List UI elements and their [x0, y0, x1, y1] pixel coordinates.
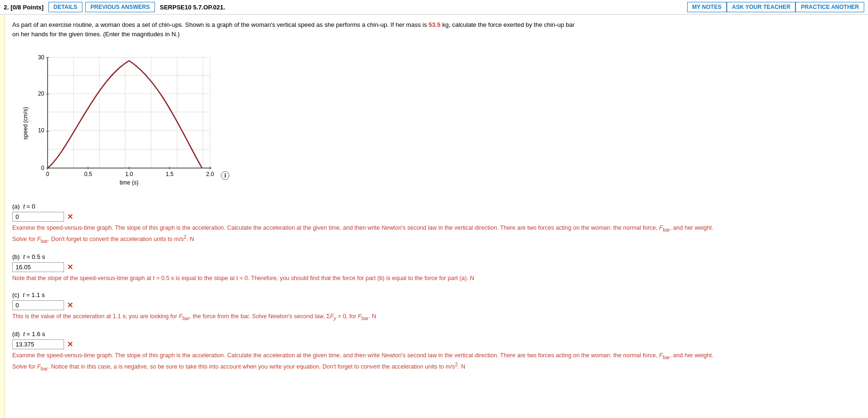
part-d-section: (d) t = 1.6 s✕Examine the speed-versus-t…	[12, 330, 860, 372]
y-tick-20: 20	[38, 90, 45, 97]
main-content: As part of an exercise routine, a woman …	[5, 15, 868, 418]
y-tick-30: 30	[38, 54, 45, 61]
part-a-label: (a) t = 0	[12, 203, 860, 210]
content-area: As part of an exercise routine, a woman …	[0, 15, 868, 418]
parts-container: (a) t = 0✕Examine the speed-versus-time …	[12, 203, 860, 373]
previous-answers-button[interactable]: PREVIOUS ANSWERS	[85, 2, 155, 12]
speed-time-graph: speed (cm/s)	[22, 48, 219, 194]
x-axis-label: time (s)	[120, 179, 138, 186]
top-right-buttons: MY NOTES ASK YOUR TEACHER PRACTICE ANOTH…	[687, 2, 865, 12]
mass-value: 53.5	[429, 21, 440, 28]
y-tick-0: 0	[41, 165, 44, 171]
part-a-answer-row: ✕	[12, 212, 860, 222]
problem-label: 2. [0/8 Points]	[4, 4, 44, 11]
x-tick-2.0: 2.0	[206, 171, 214, 177]
speed-curve	[48, 61, 202, 168]
part-c-feedback: This is the value of the acceleration at…	[12, 312, 719, 322]
y-tick-10: 10	[38, 127, 45, 134]
part-c-label: (c) t = 1.1 s	[12, 291, 860, 298]
part-a-wrong-icon: ✕	[67, 212, 73, 221]
my-notes-button[interactable]: MY NOTES	[687, 2, 727, 12]
part-b-feedback: Note that the slope of the speed-versus-…	[12, 274, 719, 283]
problem-statement: As part of an exercise routine, a woman …	[12, 20, 577, 39]
part-a-feedback: Examine the speed-versus-time graph. The…	[12, 224, 719, 245]
part-b-label: (b) t = 0.5 s	[12, 253, 860, 260]
practice-another-button[interactable]: PRACTICE ANOTHER	[795, 2, 864, 12]
x-tick-0.5: 0.5	[84, 171, 92, 177]
part-b-section: (b) t = 0.5 s✕Note that the slope of the…	[12, 253, 860, 283]
top-bar: 2. [0/8 Points] DETAILS PREVIOUS ANSWERS…	[0, 0, 868, 15]
part-d-input[interactable]	[12, 339, 64, 349]
grid-lines	[48, 57, 210, 168]
ask-teacher-button[interactable]: ASK YOUR TEACHER	[727, 2, 795, 12]
yellow-bar	[0, 15, 5, 418]
y-axis-label: speed (cm/s)	[22, 107, 29, 139]
part-b-input[interactable]	[12, 262, 64, 272]
details-button[interactable]: DETAILS	[49, 2, 82, 12]
part-d-label: (d) t = 1.6 s	[12, 330, 860, 338]
part-b-wrong-icon: ✕	[67, 263, 73, 272]
part-d-wrong-icon: ✕	[67, 340, 73, 349]
graph-container: speed (cm/s)	[22, 48, 219, 194]
info-icon[interactable]: ℹ	[221, 171, 229, 180]
part-b-answer-row: ✕	[12, 262, 860, 272]
part-c-input[interactable]	[12, 300, 64, 310]
part-c-wrong-icon: ✕	[67, 301, 73, 310]
part-a-input[interactable]	[12, 212, 64, 222]
x-tick-1.0: 1.0	[125, 171, 133, 177]
x-tick-1.5: 1.5	[166, 171, 174, 177]
part-a-section: (a) t = 0✕Examine the speed-versus-time …	[12, 203, 860, 245]
x-tick-0: 0	[46, 171, 49, 177]
problem-id: SERPSE10 5.7.OP.021.	[160, 4, 225, 11]
part-d-answer-row: ✕	[12, 339, 860, 349]
part-c-section: (c) t = 1.1 s✕This is the value of the a…	[12, 291, 860, 322]
part-c-answer-row: ✕	[12, 300, 860, 310]
part-d-feedback: Examine the speed-versus-time graph. The…	[12, 351, 719, 372]
